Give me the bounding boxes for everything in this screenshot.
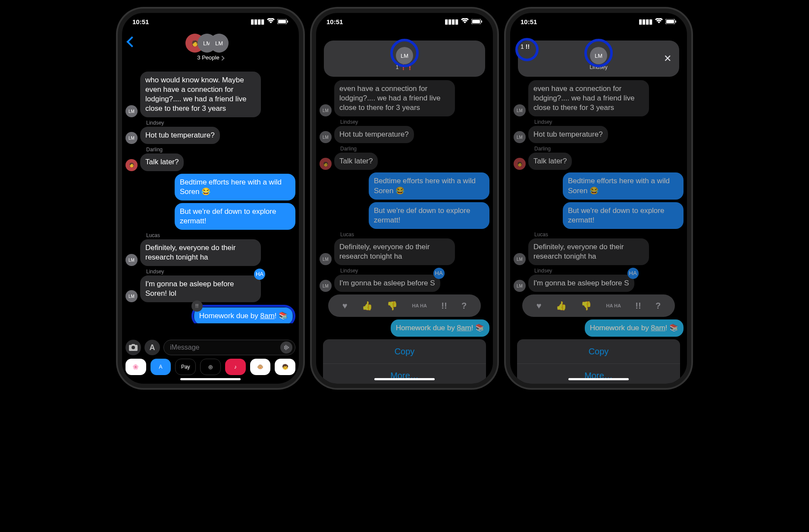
homework-time[interactable]: 8am bbox=[260, 312, 274, 320]
tapback-thumbs-up[interactable]: 👍 bbox=[362, 300, 373, 311]
phone-screen-1: 10:51 ▮▮▮▮ 🧑 LM LM 3 People LM who would… bbox=[118, 9, 303, 388]
message-bubble[interactable]: Definitely, everyone do their research t… bbox=[140, 239, 261, 266]
copy-button[interactable]: Copy bbox=[323, 339, 486, 363]
sender-label: Lindsey bbox=[534, 119, 684, 125]
tapback-count-number: 1 bbox=[521, 43, 524, 50]
message-bubble-mine[interactable]: Bedtime efforts here with a wild Soren 😂 bbox=[563, 172, 684, 199]
phone-screen-2: 10:51 ▮▮▮▮ LM 1 ❗❗ LM even have a connec… bbox=[312, 9, 497, 388]
tapback-exclaim-icon[interactable]: !! bbox=[191, 300, 203, 312]
tapback-avatar[interactable]: LM bbox=[590, 47, 607, 64]
cellular-icon: ▮▮▮▮ bbox=[251, 18, 264, 25]
message-bubble[interactable]: Talk later? bbox=[140, 153, 184, 171]
app-appstore[interactable]: A bbox=[151, 359, 171, 375]
tapback-haha[interactable]: HA HA bbox=[412, 304, 427, 308]
message-bubble[interactable]: I'm gonna be asleep before S bbox=[334, 275, 440, 292]
more-button[interactable]: More… bbox=[517, 363, 680, 384]
sender-label: Lindsey bbox=[534, 268, 684, 274]
copy-button[interactable]: Copy bbox=[517, 339, 680, 363]
message-bubble-mine[interactable]: Bedtime efforts here with a wild Soren 😂 bbox=[175, 174, 295, 200]
message-bubble[interactable]: Hot tub temperature? bbox=[140, 127, 220, 144]
messages-list[interactable]: LM even have a connection for lodging?..… bbox=[316, 78, 493, 384]
messages-list[interactable]: LM even have a connection for lodging?..… bbox=[510, 78, 687, 384]
sender-label: Lindsey bbox=[340, 119, 489, 125]
tapback-reactor-name: Lindsey bbox=[590, 64, 607, 70]
avatar-small: LM bbox=[514, 280, 526, 292]
message-bubble-mine[interactable]: But we're def down to explore zermatt! bbox=[563, 202, 684, 229]
app-store-button[interactable]: A bbox=[144, 340, 160, 355]
notch bbox=[560, 13, 637, 25]
tapback-thumbs-down[interactable]: 👎 bbox=[387, 300, 398, 311]
message-bubble-homework[interactable]: Homework due by 8am! 📚 bbox=[391, 319, 489, 337]
tapback-exclaim[interactable]: !! bbox=[441, 301, 447, 311]
tapback-heart[interactable]: ♥ bbox=[342, 301, 348, 311]
message-bubble[interactable]: even have a connection for lodging?.... … bbox=[528, 80, 649, 116]
messages-list[interactable]: LM who would know know. Maybe even have … bbox=[122, 69, 299, 323]
avatar-small: LM bbox=[514, 104, 526, 116]
message-bubble-homework[interactable]: Homework due by 8am! 📚 bbox=[194, 307, 293, 323]
message-bubble[interactable]: Hot tub temperature? bbox=[334, 126, 414, 143]
message-bubble[interactable]: Definitely, everyone do their research t… bbox=[528, 238, 649, 265]
conversation-header[interactable]: 🧑 LM LM 3 People bbox=[122, 30, 299, 69]
avatar-small: LM bbox=[320, 253, 332, 265]
message-bubble[interactable]: Definitely, everyone do their research t… bbox=[334, 238, 455, 265]
message-bubble-mine[interactable]: But we're def down to explore zermatt! bbox=[369, 202, 489, 229]
home-indicator[interactable] bbox=[180, 378, 241, 380]
message-bubble[interactable]: even have a connection for lodging?.... … bbox=[334, 80, 455, 116]
message-bubble-mine[interactable]: But we're def down to explore zermatt! bbox=[175, 203, 295, 230]
voice-message-button[interactable] bbox=[280, 341, 292, 354]
avatar-lm-2[interactable]: LM bbox=[210, 34, 229, 53]
home-indicator[interactable] bbox=[568, 378, 629, 380]
tapback-avatar[interactable]: LM bbox=[396, 47, 413, 64]
tapback-question[interactable]: ? bbox=[655, 301, 661, 311]
tapback-detail-header[interactable]: LM 1 ❗❗ bbox=[324, 41, 485, 77]
tapback-heart[interactable]: ♥ bbox=[536, 301, 542, 311]
app-memoji[interactable]: 🐵 bbox=[250, 359, 271, 375]
tapback-haha-icon[interactable]: HA bbox=[254, 269, 265, 280]
message-bubble[interactable]: Talk later? bbox=[528, 153, 572, 170]
battery-icon bbox=[471, 18, 483, 25]
sender-label: Darling bbox=[534, 146, 684, 152]
avatar-row[interactable]: 🧑 LM LM bbox=[122, 34, 299, 53]
compose-input[interactable]: iMessage bbox=[163, 340, 295, 355]
homework-time[interactable]: 8am bbox=[457, 324, 471, 332]
app-drawer[interactable]: 🌸 A Pay ◎ ♪ 🐵 🧒 bbox=[122, 358, 299, 376]
app-animoji[interactable]: 🧒 bbox=[275, 359, 295, 375]
sender-label: Lindsey bbox=[340, 268, 489, 274]
homework-time[interactable]: 8am bbox=[651, 324, 665, 332]
app-photos[interactable]: 🌸 bbox=[125, 359, 146, 375]
avatar-small: LM bbox=[514, 131, 526, 143]
message-bubble[interactable]: Talk later? bbox=[334, 153, 378, 170]
tapback-detail-header[interactable]: LM Lindsey ✕ bbox=[518, 41, 679, 77]
message-bubble-mine[interactable]: Bedtime efforts here with a wild Soren 😂 bbox=[369, 172, 489, 199]
homework-text-post: ! 📚 bbox=[275, 312, 288, 320]
message-bubble-homework[interactable]: Homework due by 8am! 📚 bbox=[585, 319, 684, 337]
tapback-count-indicator: 1 ❗❗ bbox=[396, 64, 414, 70]
tapback-haha[interactable]: HA HA bbox=[606, 304, 621, 308]
wifi-icon bbox=[655, 18, 663, 25]
tapback-haha-icon[interactable]: HA bbox=[433, 268, 445, 279]
tapback-thumbs-up[interactable]: 👍 bbox=[556, 300, 567, 311]
home-indicator[interactable] bbox=[374, 378, 435, 380]
message-bubble[interactable]: I'm gonna be asleep before S bbox=[528, 275, 634, 292]
sender-label: Darling bbox=[146, 147, 295, 153]
conversation-title[interactable]: 3 People bbox=[122, 54, 299, 61]
camera-button[interactable] bbox=[125, 340, 141, 355]
svg-rect-8 bbox=[675, 20, 676, 22]
avatar-small: LM bbox=[514, 253, 526, 265]
message-bubble[interactable]: Hot tub temperature? bbox=[528, 126, 608, 143]
tapback-exclaim[interactable]: !! bbox=[635, 301, 641, 311]
tapback-haha-icon[interactable]: HA bbox=[627, 268, 639, 279]
tapback-question[interactable]: ? bbox=[461, 301, 467, 311]
more-button[interactable]: More… bbox=[323, 363, 486, 384]
action-sheet: Copy More… bbox=[517, 339, 680, 384]
app-activity[interactable]: ◎ bbox=[200, 359, 221, 375]
tapback-thumbs-down[interactable]: 👎 bbox=[581, 300, 592, 311]
message-bubble[interactable]: I'm gonna be asleep before Soren! lol bbox=[140, 275, 261, 302]
battery-icon bbox=[277, 18, 288, 25]
close-button[interactable]: ✕ bbox=[664, 53, 671, 64]
svg-rect-7 bbox=[666, 20, 674, 23]
message-bubble[interactable]: who would know know. Maybe even have a c… bbox=[140, 72, 261, 117]
app-music[interactable]: ♪ bbox=[225, 359, 246, 375]
wifi-icon bbox=[267, 18, 275, 25]
app-applepay[interactable]: Pay bbox=[175, 359, 196, 375]
